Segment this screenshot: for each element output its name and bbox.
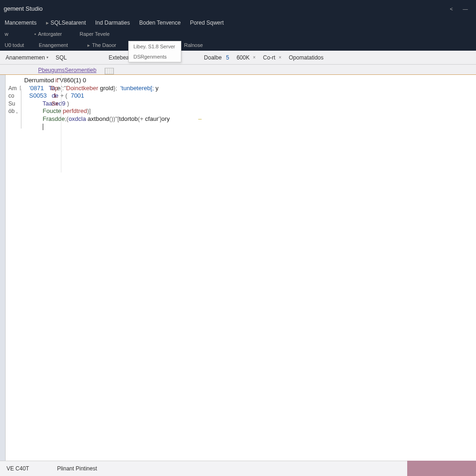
dropdown-menu: Libey. S1.8 Server DSRgenments <box>128 41 181 62</box>
menu-item[interactable]: Ind Darmaties <box>91 20 135 26</box>
dropdown-item[interactable]: DSRgenments <box>129 52 181 62</box>
list-item: it <box>8 77 58 85</box>
menu-item[interactable]: Ralnose <box>179 42 207 48</box>
status-mid: Plinant Pintinest <box>57 465 97 472</box>
tab-bar: PbeugumsSeromentieb <box>0 65 476 75</box>
dropdown-item[interactable]: Libey. S1.8 Server <box>129 41 181 52</box>
menu-item[interactable]: Mancements <box>0 20 41 26</box>
tab-active[interactable]: PbeugumsSeromentieb <box>32 66 103 74</box>
menu-item[interactable]: Raper Tevele <box>75 31 114 37</box>
gutter <box>0 75 6 461</box>
menu-item[interactable]: w <box>0 31 13 37</box>
menu-item[interactable]: ▪Antorgater <box>30 31 66 37</box>
menu-item[interactable]: U0 todut <box>0 42 29 48</box>
menu-row-2: w ▪Antorgater Raper Tevele <box>0 28 476 40</box>
left-pane: it AmDp co1. SuSx ób , <box>6 75 61 172</box>
menu-row-3: U0 todut Enangement ▸The Daoor Ralnose <box>0 40 476 51</box>
app-title: gement Studio <box>4 5 43 12</box>
menu-item[interactable]: Pored Sqwert <box>185 20 229 26</box>
close-icon: × <box>278 55 281 60</box>
code-editor[interactable]: Derrumitod "V860(1) 0 '0871 Ta e(:"Doinc… <box>6 75 476 461</box>
menu-bar: Mancements ▸SQLSeatarent Ind Darmaties B… <box>0 17 476 51</box>
status-bar: VE C40T Plinant Pintinest <box>0 461 476 476</box>
tool-item[interactable]: Ananemmemen▾ <box>2 54 52 61</box>
menu-item[interactable]: ▸SQLSeatarent <box>41 20 91 26</box>
menu-item[interactable]: ▸The Daoor <box>83 42 121 48</box>
back-button[interactable]: < <box>444 3 458 14</box>
main-area: Derrumitod "V860(1) 0 '0871 Ta e(:"Doinc… <box>0 75 476 461</box>
status-badge[interactable] <box>407 461 476 476</box>
menu-item[interactable]: Boden Tenvence <box>134 20 185 26</box>
list-item: ób , <box>8 107 58 115</box>
close-icon: × <box>253 55 256 60</box>
tool-item[interactable]: Doalbe 5 <box>200 54 233 61</box>
title-bar: gement Studio < — <box>0 0 476 17</box>
minimize-button[interactable]: — <box>458 3 472 14</box>
menu-item[interactable]: Enangement <box>34 42 73 48</box>
toolbar: Ananemmemen▾ SQL Extebead Doalbe 5 600K×… <box>0 51 476 65</box>
list-item: co1. <box>8 92 58 100</box>
tool-item[interactable]: 600K× <box>233 54 259 61</box>
tool-item[interactable]: SQL <box>52 54 71 61</box>
list-item: SuSx <box>8 100 58 108</box>
tool-item[interactable]: Opomatatidos <box>285 54 327 61</box>
list-item: AmDp <box>8 85 58 93</box>
tool-item[interactable]: Co-rt× <box>259 54 285 61</box>
status-left: VE C40T <box>7 465 29 472</box>
menu-row-1: Mancements ▸SQLSeatarent Ind Darmaties B… <box>0 17 476 28</box>
ruler-handle[interactable] <box>105 68 114 74</box>
